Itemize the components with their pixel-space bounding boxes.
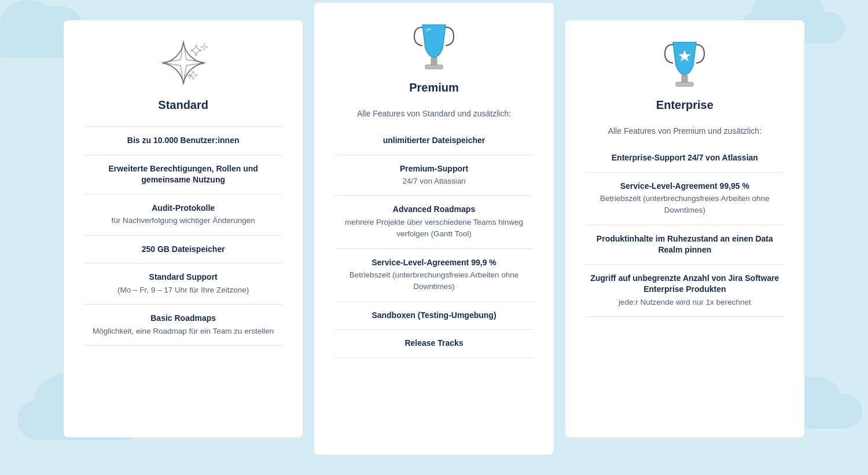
feature-item: Service-Level-Agreement 99,9 %Betriebsze… [334,249,533,302]
feature-item: Release Tracks [334,330,533,358]
feature-item: 250 GB Dateispeicher [84,236,282,264]
feature-item: unlimitierter Dateispeicher [334,127,533,155]
standard-title: Standard [84,98,282,112]
feature-title: Release Tracks [334,338,533,349]
enterprise-icon [586,38,784,90]
svg-rect-1 [425,65,443,69]
feature-desc: mehrere Projekte über verschiedene Teams… [334,217,533,240]
enterprise-features: Alle Features von Premium und zusätzlich… [586,126,784,317]
feature-item: Premium-Support24/7 von Atlassian [334,155,533,196]
feature-title: Service-Level-Agreement 99,9 % [334,257,533,269]
feature-desc: jede:r Nutzende wird nur 1x berechnet [586,297,784,308]
enterprise-subtitle: Alle Features von Premium und zusätzlich… [586,126,784,141]
feature-desc: Betriebszeit (unterbrechungsfreies Arbei… [334,269,533,293]
feature-item: Basic RoadmapsMöglichkeit, eine Roadmap … [84,305,282,346]
feature-item: Service-Level-Agreement 99,95 %Betriebsz… [586,173,784,225]
feature-item: Enterprise-Support 24/7 von Atlassian [586,144,784,173]
pricing-cards-container: Standard Bis zu 10.000 Benutzer:innenErw… [58,20,810,455]
svg-rect-2 [682,75,687,82]
feature-item: Erweiterte Berechtigungen, Rollen und ge… [84,155,282,195]
feature-desc: Möglichkeit, eine Roadmap für ein Team z… [84,326,282,337]
feature-title: Advanced Roadmaps [334,204,533,215]
feature-title: Audit-Protokolle [84,203,282,214]
premium-title: Premium [334,81,533,94]
feature-title: Bis zu 10.000 Benutzer:innen [84,135,282,147]
feature-item: Bis zu 10.000 Benutzer:innen [84,126,282,155]
feature-title: 250 GB Dateispeicher [84,244,282,255]
feature-title: Basic Roadmaps [84,313,282,324]
premium-icon [334,20,533,72]
svg-rect-3 [676,82,693,86]
feature-item: Advanced Roadmapsmehrere Projekte über v… [334,196,533,249]
feature-title: Erweiterte Berechtigungen, Rollen und ge… [84,163,282,186]
premium-card: Premium Alle Features von Standard und z… [314,3,553,455]
feature-item: Audit-Protokollefür Nachverfolgung wicht… [84,195,282,236]
feature-title: unlimitierter Dateispeicher [334,135,533,147]
feature-desc: 24/7 von Atlassian [334,176,533,187]
feature-item: Sandboxen (Testing-Umgebung) [334,302,533,330]
feature-title: Premium-Support [334,163,533,175]
feature-item: Zugriff auf unbegrenzte Anzahl von Jira … [586,265,784,317]
feature-title: Produktinhalte im Ruhezustand an einen D… [586,233,784,256]
feature-item: Standard Support(Mo – Fr, 9 – 17 Uhr für… [84,264,282,305]
feature-title: Enterprise-Support 24/7 von Atlassian [586,152,784,164]
standard-card: Standard Bis zu 10.000 Benutzer:innenErw… [64,20,303,437]
standard-icon [84,38,282,90]
feature-title: Zugriff auf unbegrenzte Anzahl von Jira … [586,273,784,295]
feature-title: Standard Support [84,272,282,283]
premium-subtitle: Alle Features von Standard und zusätzlic… [334,109,533,124]
premium-features: Alle Features von Standard und zusätzlic… [334,109,533,358]
enterprise-title: Enterprise [586,98,784,112]
feature-title: Sandboxen (Testing-Umgebung) [334,310,533,321]
svg-rect-0 [431,58,437,65]
enterprise-card: Enterprise Alle Features von Premium und… [565,20,804,437]
standard-features: Bis zu 10.000 Benutzer:innenErweiterte B… [84,126,282,346]
feature-desc: für Nachverfolgung wichtiger Änderungen [84,215,282,226]
feature-item: Produktinhalte im Ruhezustand an einen D… [586,225,784,265]
feature-desc: Betriebszeit (unterbrechungsfreies Arbei… [586,193,784,217]
feature-desc: (Mo – Fr, 9 – 17 Uhr für Ihre Zeitzone) [84,284,282,296]
feature-title: Service-Level-Agreement 99,95 % [586,181,784,192]
